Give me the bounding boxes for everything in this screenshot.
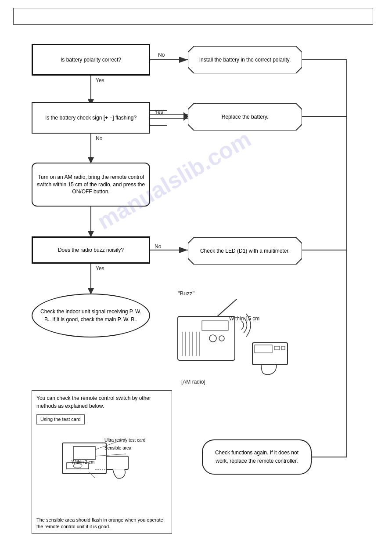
svg-point-37: [219, 336, 224, 341]
battery-polarity-text: Is battery polarity correct?: [61, 56, 121, 64]
within-2cm-label: Within 2 cm: [72, 459, 94, 465]
install-battery-text: Install the battery in the correct polar…: [188, 46, 302, 73]
check-led-text: Check the LED (D1) with a multimeter.: [188, 237, 302, 265]
buzz-label: "Buzz": [178, 290, 194, 297]
no3-label: No: [155, 243, 161, 250]
svg-rect-38: [202, 321, 228, 330]
svg-rect-44: [73, 446, 95, 460]
no1-label: No: [158, 52, 165, 58]
svg-point-36: [209, 335, 216, 342]
info-box-text: You can check the remote control switch …: [36, 394, 167, 410]
am-radio-label: [AM radio]: [181, 379, 205, 385]
check-led-container: Check the LED (D1) with a multimeter.: [188, 237, 302, 265]
using-test-card-button[interactable]: Using the test card: [36, 414, 85, 424]
info-box-caption: The sensible area should flash in orange…: [36, 517, 167, 530]
install-battery-container: Install the battery in the correct polar…: [188, 46, 302, 73]
info-box: You can check the remote control switch …: [32, 390, 172, 534]
battery-check-text: Is the battery check sign [+ −] flashing…: [45, 114, 137, 122]
battery-check-box: Is the battery check sign [+ −] flashing…: [32, 102, 150, 134]
yes2-label: Yes: [155, 109, 163, 115]
check-functions-box: Check functions again. If it does not wo…: [202, 439, 312, 475]
svg-rect-40: [255, 345, 272, 353]
svg-rect-47: [106, 456, 128, 469]
replace-battery-text: Replace the battery.: [188, 103, 302, 131]
svg-rect-41: [274, 346, 280, 350]
ultra-redray-label: Ultra redray test card: [104, 437, 145, 443]
replace-battery-container: Replace the battery.: [188, 103, 302, 131]
indoor-unit-box: Check the indoor unit signal receiving P…: [32, 294, 150, 337]
indoor-unit-text: Check the indoor unit signal receiving P…: [39, 308, 143, 323]
am-radio-illustration: [169, 299, 301, 378]
yes1-label: Yes: [96, 77, 104, 83]
am-radio-action-text: Turn on an AM radio, bring the remote co…: [36, 174, 146, 196]
check-functions-text: Check functions again. If it does not wo…: [209, 449, 305, 465]
no2-label: No: [96, 135, 102, 141]
within-15cm-label: Within 15 cm: [229, 316, 259, 322]
sensible-area-label: Sensible area: [104, 445, 131, 451]
svg-rect-42: [281, 346, 285, 350]
svg-line-35: [217, 299, 237, 316]
radio-buzz-text: Does the radio buzz noisily?: [58, 247, 124, 254]
yes3-label: Yes: [96, 265, 104, 272]
top-border-box: [13, 8, 373, 25]
battery-polarity-box: Is battery polarity correct?: [32, 44, 150, 76]
radio-buzz-box: Does the radio buzz noisily?: [32, 236, 150, 264]
am-radio-action-box: Turn on an AM radio, bring the remote co…: [32, 163, 150, 207]
